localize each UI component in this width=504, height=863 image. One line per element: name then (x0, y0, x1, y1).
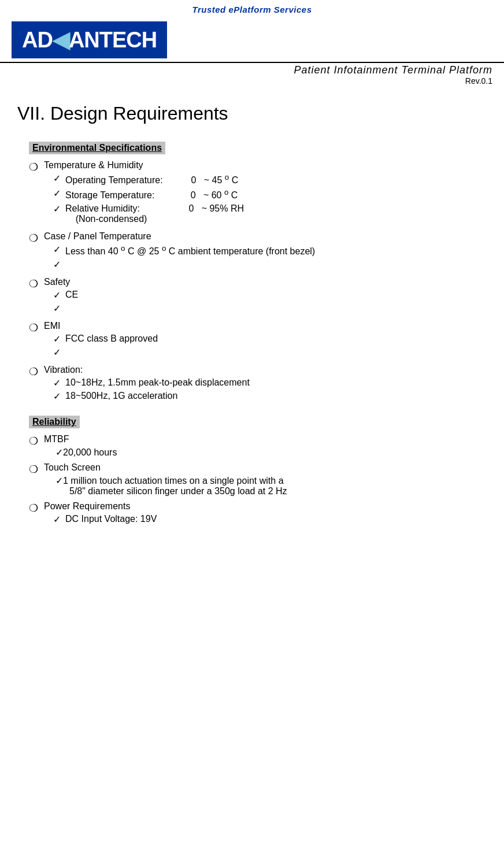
page-title: VII. Design Requirements (17, 103, 487, 124)
check-icon: ✓ (53, 188, 61, 199)
item-text: 10~18Hz, 1.5mm peak-to-peak displacement (65, 377, 250, 388)
item-label: MTBF (44, 434, 487, 445)
check-icon: ✓ (53, 244, 61, 255)
check-icon: ✓ (53, 203, 61, 214)
reliability-list: ❍ MTBF ✓20,000 hours ❍ Touch Screen ✓1 m… (17, 434, 487, 527)
list-item: ❍ Temperature & Humidity ✓ Operating Tem… (17, 160, 487, 227)
check-icon: ✓ (53, 377, 61, 388)
bullet-icon: ❍ (29, 365, 38, 378)
item-label: Power Requirements (44, 501, 487, 512)
list-item: ❍ Case / Panel Temperature ✓ Less than 4… (17, 231, 487, 272)
bullet-icon: ❍ (29, 435, 38, 447)
list-item: ✓ CE (44, 290, 487, 301)
list-item: ✓ DC Input Voltage: 19V (44, 514, 487, 525)
subtitle: Patient Infotainment Terminal Platform (0, 62, 504, 76)
list-item: ❍ Touch Screen ✓1 million touch actuatio… (17, 462, 487, 497)
item-text: Less than 40 o C @ 25 o C ambient temper… (65, 244, 315, 257)
list-item: ✓ Relative Humidity: 0 ~ 95% RH (Non-con… (44, 203, 487, 224)
list-item: ✓ 18~500Hz, 1G acceleration (44, 391, 487, 402)
bullet-icon: ❍ (29, 232, 38, 245)
item-text: FCC class B approved (65, 334, 158, 344)
list-item: ❍ Vibration: ✓ 10~18Hz, 1.5mm peak-to-pe… (17, 365, 487, 404)
touch-screen-value-cont: 5/8" diameter silicon finger under a 350… (55, 486, 487, 497)
logo-text: AD◀ANTECH (22, 27, 157, 53)
item-label: EMI (44, 321, 487, 331)
trusted-text: Trusted ePlatform Services (0, 5, 504, 14)
bullet-icon: ❍ (29, 502, 38, 514)
item-text: Relative Humidity: 0 ~ 95% RH (Non-conde… (65, 203, 244, 224)
list-item: ❍ Safety ✓ CE ✓ (17, 277, 487, 316)
item-label: Vibration: (44, 365, 487, 375)
touch-screen-value: 1 million touch actuation times on a sin… (63, 476, 284, 486)
list-item: ❍ Power Requirements ✓ DC Input Voltage:… (17, 501, 487, 527)
logo-box: AD◀ANTECH (12, 21, 167, 58)
item-text: DC Input Voltage: 19V (65, 514, 157, 524)
check-icon: ✓ (53, 391, 61, 402)
check-icon: ✓ (53, 173, 61, 184)
bullet-icon: ❍ (29, 277, 38, 290)
item-text: 18~500Hz, 1G acceleration (65, 391, 177, 401)
item-label: Case / Panel Temperature (44, 231, 487, 242)
check-icon: ✓ (53, 514, 61, 525)
list-item: ✓ Storage Temperature: 0 ~ 60 o C (44, 188, 487, 201)
item-text: Operating Temperature: 0 ~ 45 o C (65, 173, 238, 186)
item-text: Storage Temperature: 0 ~ 60 o C (65, 188, 238, 201)
item-label: Safety (44, 277, 487, 287)
bullet-icon: ❍ (29, 463, 38, 476)
environmental-heading: Environmental Specifications (29, 142, 165, 154)
list-item: ❍ EMI ✓ FCC class B approved ✓ (17, 321, 487, 360)
item-label: Touch Screen (44, 462, 487, 473)
check-icon: ✓ (53, 303, 61, 314)
list-item: ✓ (44, 259, 487, 270)
check-icon: ✓ (55, 476, 63, 486)
reliability-heading: Reliability (29, 416, 80, 428)
list-item: ❍ MTBF ✓20,000 hours (17, 434, 487, 458)
item-label: Temperature & Humidity (44, 160, 487, 171)
check-icon: ✓ (53, 334, 61, 345)
check-icon: ✓ (53, 259, 61, 270)
item-text: CE (65, 290, 78, 300)
bullet-icon: ❍ (29, 321, 38, 334)
environmental-list: ❍ Temperature & Humidity ✓ Operating Tem… (17, 160, 487, 404)
check-icon: ✓ (53, 347, 61, 358)
mtbf-value: ✓20,000 hours (44, 447, 487, 458)
bullet-icon: ❍ (29, 161, 38, 173)
list-item: ✓ Less than 40 o C @ 25 o C ambient temp… (44, 244, 487, 257)
list-item: ✓ 10~18Hz, 1.5mm peak-to-peak displaceme… (44, 377, 487, 388)
list-item: ✓ Operating Temperature: 0 ~ 45 o C (44, 173, 487, 186)
check-icon: ✓ (53, 290, 61, 301)
list-item: ✓ (44, 303, 487, 314)
list-item: ✓ FCC class B approved (44, 334, 487, 345)
revision: Rev.0.1 (0, 76, 504, 86)
list-item: ✓ (44, 347, 487, 358)
